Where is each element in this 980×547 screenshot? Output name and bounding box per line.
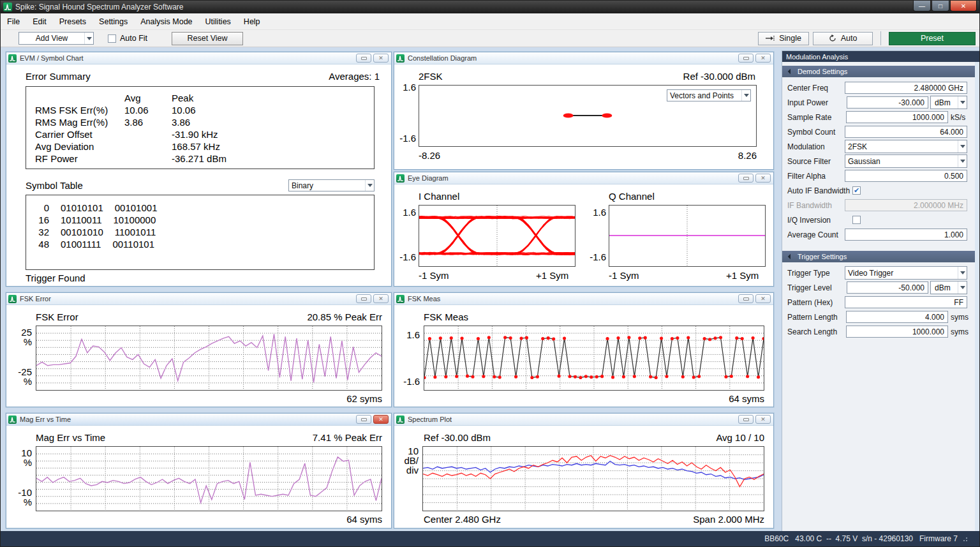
trigger-level-field[interactable] [847, 281, 928, 294]
x-axis-count: 64 syms [346, 514, 382, 525]
panel-minimize-button[interactable] [738, 54, 754, 63]
add-view-dropdown[interactable]: Add View [19, 32, 94, 45]
trigger-status: Trigger Found [26, 273, 85, 283]
fsk-error-plot[interactable] [36, 326, 382, 391]
sidebar-scrollbar[interactable] [975, 62, 980, 532]
trigger-type-dropdown[interactable]: Video Trigger [845, 266, 967, 280]
window-titlebar[interactable]: Spike: Signal Hound Spectrum Analyzer So… [1, 1, 979, 13]
symbol-format-dropdown[interactable]: Binary [288, 179, 375, 191]
resize-grip[interactable] [963, 536, 969, 542]
panel-close-button[interactable]: ✕ [373, 415, 389, 424]
mag-err-panel-titlebar[interactable]: Mag Err vs Time ✕ [6, 414, 391, 426]
statusbar: BB60C 43.00 C -- 4.75 V s/n - 42960130 F… [1, 531, 979, 546]
modulation-dropdown[interactable]: 2FSK [845, 140, 967, 153]
averages-count: Averages: 1 [329, 71, 380, 82]
spectrum-plot[interactable] [422, 446, 764, 511]
y-axis-max: 1.6 [398, 330, 420, 340]
table-row: RMS Mag Err(%) 3.86 3.86 [35, 116, 370, 128]
single-button[interactable]: Single [758, 32, 809, 45]
panel-minimize-button[interactable] [738, 294, 754, 303]
row-modulation: Modulation 2FSK [782, 139, 980, 154]
fsk-meas-panel-titlebar[interactable]: FSK Meas ✕ [394, 293, 773, 305]
row-trigger-level: Trigger Level dBm [782, 280, 980, 295]
panel-fsk-meas: FSK Meas ✕ FSK Meas 1.6 -1.6 64 syms [394, 292, 774, 407]
panel-minimize-button[interactable] [356, 294, 371, 303]
reset-view-button[interactable]: Reset View [172, 32, 243, 45]
symbol-count-field[interactable] [845, 126, 967, 138]
constellation-plot[interactable]: Vectors and Points [419, 85, 757, 147]
menu-presets[interactable]: Presets [53, 15, 93, 29]
average-readout: Avg 10 / 10 [716, 432, 764, 443]
menu-analysis-mode[interactable]: Analysis Mode [134, 15, 198, 29]
device-status-text: BB60C 43.00 C -- 4.75 V s/n - 42960130 F… [764, 534, 958, 543]
fsk-error-panel-titlebar[interactable]: FSK Error ✕ [6, 293, 391, 305]
symbol-table-box[interactable]: 0 01010101 00101001 16 10110011 10100000… [26, 195, 375, 270]
eye-panel-titlebar[interactable]: Eye Diagram ✕ [394, 172, 773, 184]
trigger-settings-header[interactable]: Trigger Settings [782, 251, 980, 262]
chart-heading: Mag Err vs Time [36, 432, 105, 443]
window-close-button[interactable]: ✕ [950, 1, 977, 11]
auto-fit-checkbox[interactable] [108, 34, 116, 43]
auto-fit-toggle[interactable]: Auto Fit [108, 34, 147, 43]
menu-help[interactable]: Help [237, 15, 267, 29]
panel-close-button[interactable]: ✕ [373, 294, 389, 303]
panel-close-button[interactable]: ✕ [755, 54, 771, 63]
center-freq-field[interactable] [845, 82, 967, 94]
iq-inversion-checkbox[interactable] [852, 216, 861, 224]
menu-edit[interactable]: Edit [26, 15, 53, 29]
auto-if-bandwidth-checkbox[interactable]: ✔ [852, 186, 861, 195]
spike-panel-icon [396, 295, 405, 303]
pattern-hex-field[interactable] [845, 296, 967, 308]
panel-evm-symbol-chart: EVM / Symbol Chart ✕ Error Summary Avera… [6, 52, 392, 287]
menu-settings[interactable]: Settings [93, 15, 134, 29]
demod-settings-header[interactable]: Demod Settings [782, 66, 980, 77]
x-axis-count: 62 syms [346, 393, 382, 404]
panel-close-button[interactable]: ✕ [373, 54, 389, 63]
panel-title: Mag Err vs Time [20, 416, 71, 423]
panel-close-button[interactable]: ✕ [755, 294, 771, 303]
spectrum-panel-titlebar[interactable]: Spectrum Plot ✕ [394, 414, 773, 426]
sample-rate-field[interactable] [846, 111, 948, 123]
source-filter-dropdown[interactable]: Gaussian [845, 154, 967, 168]
window-minimize-button[interactable]: — [913, 1, 931, 11]
fsk-meas-plot[interactable] [424, 326, 764, 391]
collapse-triangle-icon [788, 69, 793, 74]
constellation-mode-dropdown[interactable]: Vectors and Points [667, 89, 751, 101]
menu-utilities[interactable]: Utilities [199, 15, 237, 29]
panel-close-button[interactable]: ✕ [755, 415, 771, 424]
preset-button[interactable]: Preset [889, 32, 976, 45]
i-channel-plot[interactable] [419, 205, 575, 267]
window-maximize-button[interactable]: □ [932, 1, 949, 11]
search-length-field[interactable] [846, 326, 948, 338]
x-axis-max: +1 Sym [536, 270, 568, 281]
panel-minimize-button[interactable] [738, 415, 754, 424]
filter-alpha-field[interactable] [845, 170, 967, 182]
input-power-unit-dropdown[interactable]: dBm [930, 96, 967, 109]
menu-file[interactable]: File [1, 15, 26, 29]
auto-button[interactable]: Auto [813, 32, 873, 45]
panel-title: Spectrum Plot [408, 416, 452, 423]
input-power-field[interactable] [847, 96, 928, 109]
panel-minimize-button[interactable] [738, 174, 754, 183]
if-bandwidth-field [845, 199, 967, 211]
panel-minimize-button[interactable] [356, 54, 371, 63]
x-axis-min: -1 Sym [419, 270, 449, 281]
y-axis-max: 25% [10, 327, 32, 347]
x-axis-max: 8.26 [738, 150, 757, 161]
q-channel-plot[interactable] [609, 205, 766, 267]
modulation-analysis-panel: Modulation Analysis Demod Settings Cente… [782, 50, 980, 532]
error-summary-box: Avg Peak RMS FSK Err(%) 10.06 10.06 RMS … [26, 86, 375, 169]
center-frequency-label: Center 2.480 GHz [424, 514, 501, 525]
average-count-field[interactable] [845, 229, 967, 241]
evm-panel-titlebar[interactable]: EVM / Symbol Chart ✕ [6, 52, 391, 64]
y-axis-max: 1.6 [586, 207, 606, 217]
sidebar-title: Modulation Analysis [782, 51, 980, 62]
panel-close-button[interactable]: ✕ [755, 174, 771, 183]
mag-err-plot[interactable] [36, 446, 382, 511]
peak-error-readout: 7.41 % Peak Err [313, 432, 382, 443]
constellation-panel-titlebar[interactable]: Constellation Diagram ✕ [394, 52, 773, 64]
trigger-level-unit-dropdown[interactable]: dBm [930, 281, 967, 294]
panel-minimize-button[interactable] [356, 415, 371, 424]
ref-level: Ref -30.00 dBm [424, 432, 491, 443]
pattern-length-field[interactable] [846, 311, 948, 323]
